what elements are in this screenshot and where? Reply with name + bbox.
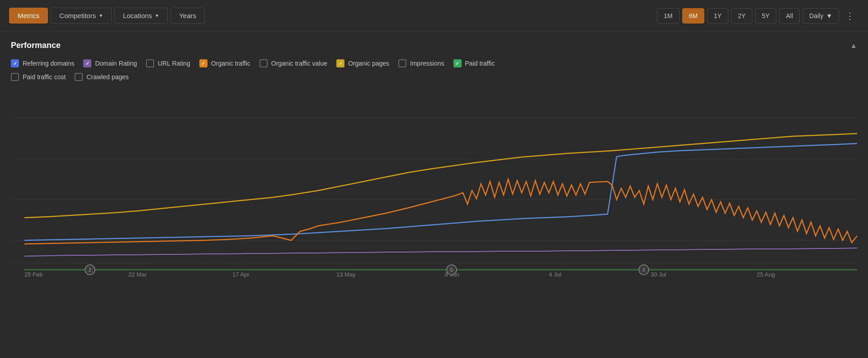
metric-organic-traffic[interactable]: ✓ Organic traffic — [199, 59, 250, 67]
x-label-25feb: 25 Feb — [24, 271, 42, 278]
locations-caret: ▼ — [155, 13, 159, 18]
section-header: Performance ▲ — [11, 41, 857, 50]
checkbox-url-rating[interactable] — [146, 59, 154, 67]
metric-paid-traffic[interactable]: ✓ Paid traffic — [453, 59, 495, 67]
label-organic-traffic-value: Organic traffic value — [271, 60, 327, 67]
label-url-rating: URL Rating — [158, 60, 190, 67]
tab-competitors[interactable]: Competitors ▼ — [51, 8, 112, 24]
orange-line — [24, 179, 857, 244]
label-crawled-pages: Crawled pages — [86, 73, 128, 81]
time-all[interactable]: All — [779, 8, 800, 24]
label-domain-rating: Domain Rating — [95, 60, 137, 67]
section-title: Performance — [11, 41, 61, 50]
checkbox-domain-rating[interactable]: ✓ — [83, 59, 91, 67]
blue-line — [24, 143, 857, 240]
label-organic-pages: Organic pages — [348, 60, 389, 67]
chart-area: 25 Feb 22 Mar 17 Apr 13 May 8 Jun 4 Jul … — [11, 86, 857, 295]
x-label-25aug: 25 Aug — [757, 271, 775, 278]
label-organic-traffic: Organic traffic — [211, 60, 250, 67]
x-label-30jul: 30 Jul — [651, 271, 666, 278]
checkbox-organic-traffic[interactable]: ✓ — [199, 59, 208, 67]
metric-domain-rating[interactable]: ✓ Domain Rating — [83, 59, 137, 67]
competitors-caret: ▼ — [99, 13, 103, 18]
tab-metrics[interactable]: Metrics — [9, 8, 48, 24]
metrics-row-1: ✓ Referring domains ✓ Domain Rating URL … — [11, 59, 857, 67]
checkbox-impressions[interactable] — [398, 59, 406, 67]
checkbox-organic-pages[interactable]: ✓ — [336, 59, 344, 67]
time-5y[interactable]: 5Y — [755, 8, 776, 24]
top-bar: Metrics Competitors ▼ Locations ▼ Years … — [0, 0, 868, 32]
x-label-4jul: 4 Jul — [549, 271, 561, 278]
metric-organic-pages[interactable]: ✓ Organic pages — [336, 59, 389, 67]
timeline-marker-3-label: 2 — [642, 267, 645, 272]
checkbox-crawled-pages[interactable] — [75, 73, 83, 81]
label-referring-domains: Referring domains — [23, 60, 74, 67]
tab-locations[interactable]: Locations ▼ — [114, 8, 168, 24]
checkbox-paid-traffic[interactable]: ✓ — [453, 59, 462, 67]
granularity-caret: ▼ — [826, 12, 832, 19]
time-2y[interactable]: 2Y — [731, 8, 752, 24]
timeline-marker-g-label: G — [450, 267, 453, 272]
time-6m[interactable]: 6M — [682, 8, 704, 24]
time-controls: 1M 6M 1Y 2Y 5Y All Daily ▼ ⋮ — [657, 8, 859, 24]
main-content: Performance ▲ ✓ Referring domains ✓ Doma… — [0, 32, 868, 304]
granularity-button[interactable]: Daily ▼ — [802, 8, 839, 24]
metric-paid-traffic-cost[interactable]: Paid traffic cost — [11, 73, 66, 81]
label-paid-traffic: Paid traffic — [465, 60, 495, 67]
yellow-line — [24, 134, 857, 218]
checkbox-referring-domains[interactable]: ✓ — [11, 59, 19, 67]
label-paid-traffic-cost: Paid traffic cost — [23, 73, 66, 81]
nav-tabs: Metrics Competitors ▼ Locations ▼ Years — [9, 8, 205, 24]
x-label-22mar: 22 Mar — [128, 271, 147, 278]
purple-line — [24, 248, 857, 256]
checkbox-paid-traffic-cost[interactable] — [11, 73, 19, 81]
metric-organic-traffic-value[interactable]: Organic traffic value — [259, 59, 327, 67]
more-options-button[interactable]: ⋮ — [842, 9, 859, 23]
chart-svg: 25 Feb 22 Mar 17 Apr 13 May 8 Jun 4 Jul … — [11, 86, 857, 295]
x-label-13may: 13 May — [336, 271, 356, 278]
time-1y[interactable]: 1Y — [707, 8, 728, 24]
x-label-17apr: 17 Apr — [232, 271, 250, 278]
metric-referring-domains[interactable]: ✓ Referring domains — [11, 59, 74, 67]
checkbox-organic-traffic-value[interactable] — [259, 59, 268, 67]
metric-crawled-pages[interactable]: Crawled pages — [75, 73, 128, 81]
metric-impressions[interactable]: Impressions — [398, 59, 444, 67]
timeline-marker-1-label: 2 — [89, 267, 91, 272]
tab-years[interactable]: Years — [170, 8, 205, 24]
collapse-button[interactable]: ▲ — [850, 42, 857, 50]
metrics-row-2: Paid traffic cost Crawled pages — [11, 73, 857, 81]
time-1m[interactable]: 1M — [657, 8, 679, 24]
label-impressions: Impressions — [410, 60, 444, 67]
metric-url-rating[interactable]: URL Rating — [146, 59, 190, 67]
